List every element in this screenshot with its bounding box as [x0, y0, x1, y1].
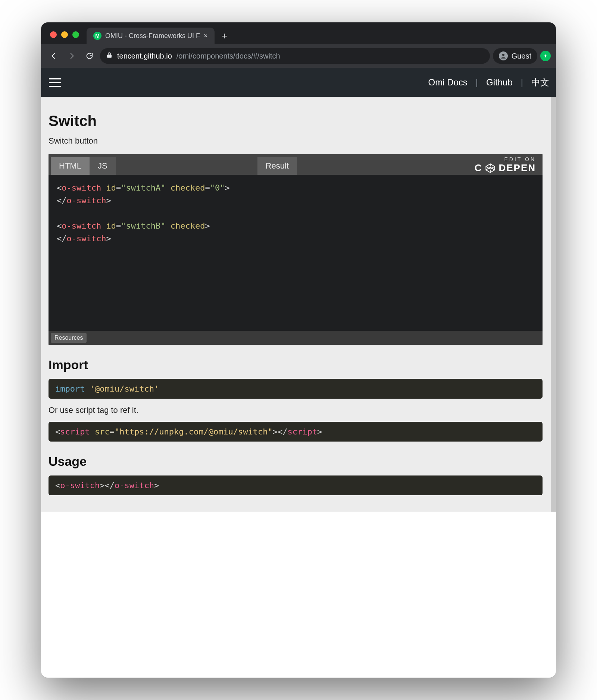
profile-label: Guest [512, 52, 531, 60]
arrow-right-icon [68, 52, 76, 60]
codepen-logo-icon [485, 163, 496, 173]
url-host: tencent.github.io [117, 52, 172, 60]
menu-button[interactable] [45, 72, 65, 92]
reload-button[interactable] [82, 48, 97, 63]
code-script-tag[interactable]: <script src="https://unpkg.com/@omiu/swi… [49, 422, 543, 442]
codepen-code-area[interactable]: <o-switch id="switchA" checked="0"> </o-… [49, 175, 543, 331]
nav-chinese[interactable]: 中文 [531, 76, 549, 88]
reload-icon [85, 52, 94, 60]
codepen-logo-text-pre: C [475, 162, 482, 174]
page-title: Switch [49, 113, 543, 129]
codepen-edit-on-label: EDIT ON [475, 156, 536, 162]
browser-tab[interactable]: M OMIU - Cross-Frameworks UI F × [87, 28, 215, 44]
divider: | [521, 77, 523, 88]
site-header: Omi Docs | Github | 中文 [41, 68, 556, 97]
codepen-tabs: HTML JS Result EDIT ON C DEPEN [49, 154, 543, 175]
page-body: Switch Switch button HTML JS Result EDIT… [41, 97, 556, 512]
traffic-lights [46, 31, 83, 44]
codepen-brand[interactable]: EDIT ON C DEPEN [475, 156, 536, 174]
tab-strip: M OMIU - Cross-Frameworks UI F × + [41, 22, 556, 44]
codepen-embed: HTML JS Result EDIT ON C DEPEN <o-switch… [49, 154, 543, 345]
extension-icon[interactable]: ✦ [540, 51, 551, 61]
nav-github[interactable]: Github [486, 77, 513, 88]
window-zoom-icon[interactable] [72, 31, 79, 38]
tab-close-icon[interactable]: × [204, 32, 208, 40]
codepen-tab-result[interactable]: Result [257, 157, 297, 175]
forward-button[interactable] [64, 48, 79, 63]
usage-heading: Usage [49, 454, 543, 469]
tab-title: OMIU - Cross-Frameworks UI F [105, 32, 200, 40]
hamburger-icon [49, 82, 61, 83]
url-path: /omi/components/docs/#/switch [176, 52, 280, 60]
new-tab-button[interactable]: + [218, 29, 231, 42]
import-heading: Import [49, 358, 543, 372]
code-import[interactable]: import '@omiu/switch' [49, 379, 543, 399]
code-usage[interactable]: <o-switch></o-switch> [49, 475, 543, 495]
svg-point-0 [502, 54, 504, 56]
lock-icon [106, 52, 113, 60]
window-close-icon[interactable] [50, 31, 57, 38]
codepen-tab-js[interactable]: JS [90, 157, 116, 175]
nav-omi-docs[interactable]: Omi Docs [428, 77, 467, 88]
tab-favicon-icon: M [93, 32, 101, 40]
address-bar[interactable]: tencent.github.io/omi/components/docs/#/… [100, 48, 490, 64]
browser-window: M OMIU - Cross-Frameworks UI F × + tence… [41, 22, 556, 678]
page-subtitle: Switch button [49, 136, 543, 146]
arrow-left-icon [50, 52, 58, 60]
window-minimize-icon[interactable] [61, 31, 68, 38]
browser-chrome: M OMIU - Cross-Frameworks UI F × + tence… [41, 22, 556, 68]
profile-guest-chip[interactable]: Guest [493, 48, 537, 64]
note-text: Or use script tag to ref it. [49, 405, 543, 415]
divider: | [476, 77, 478, 88]
codepen-footer: Resources [49, 331, 543, 345]
back-button[interactable] [46, 48, 61, 63]
header-nav: Omi Docs | Github | 中文 [428, 76, 549, 88]
avatar-icon [499, 51, 508, 60]
browser-toolbar: tencent.github.io/omi/components/docs/#/… [41, 44, 556, 68]
codepen-logo-text-post: DEPEN [498, 162, 536, 174]
codepen-tab-html[interactable]: HTML [51, 157, 90, 175]
codepen-resources-button[interactable]: Resources [51, 333, 87, 343]
